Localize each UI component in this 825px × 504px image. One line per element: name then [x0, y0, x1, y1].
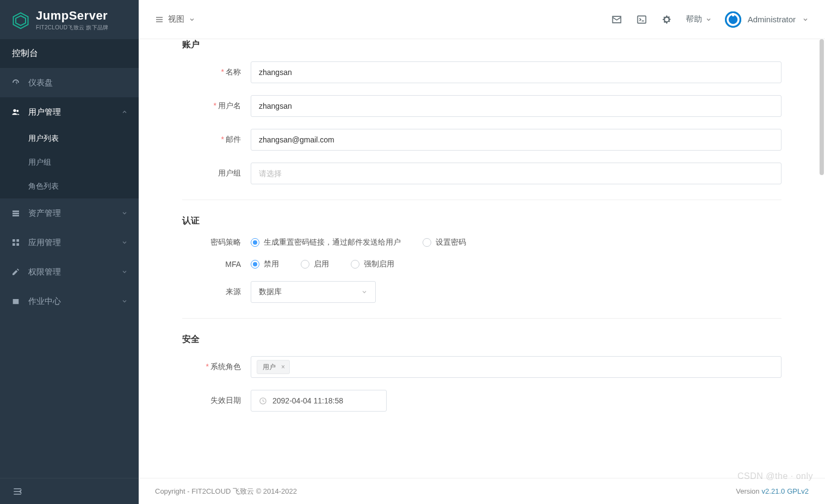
clock-icon	[259, 397, 267, 405]
svg-rect-4	[13, 239, 15, 242]
email-input[interactable]	[251, 129, 781, 151]
label-system-role: *系统角色	[182, 362, 251, 372]
label-usergroup: 用户组	[182, 169, 251, 178]
sidebar-label: 作业中心	[28, 296, 61, 307]
mail-icon[interactable]	[611, 14, 623, 26]
source-select[interactable]: 数据库	[251, 281, 376, 303]
sidebar-item-assets[interactable]: 资产管理	[0, 198, 139, 228]
section-security: 安全	[182, 334, 781, 345]
sidebar-sub-user-list[interactable]: 用户列表	[0, 127, 139, 151]
user-menu[interactable]: Administrator	[725, 11, 809, 28]
sidebar-label: 资产管理	[28, 208, 61, 219]
chevron-down-icon	[121, 298, 128, 304]
apps-icon	[11, 238, 21, 247]
label-mfa: MFA	[182, 260, 251, 269]
copyright: Copyright - FIT2CLOUD 飞致云 © 2014-2022	[155, 487, 297, 496]
view-label: 视图	[168, 14, 184, 24]
sidebar-label: 应用管理	[28, 238, 61, 248]
chevron-down-icon	[361, 289, 368, 295]
chevron-down-icon	[189, 16, 195, 23]
menu-icon	[155, 15, 164, 24]
label-password-policy: 密码策略	[182, 238, 251, 247]
divider	[182, 200, 781, 200]
svg-point-2	[13, 109, 16, 112]
license-link[interactable]: GPLv2	[787, 487, 809, 495]
sidebar-label: 权限管理	[28, 267, 61, 277]
sidebar-item-users[interactable]: 用户管理	[0, 97, 139, 127]
sidebar-sub-role-list[interactable]: 角色列表	[0, 175, 139, 198]
chevron-down-icon	[121, 239, 128, 246]
version-prefix: Version	[736, 487, 759, 495]
svg-rect-18	[732, 13, 734, 16]
radio-mfa-force[interactable]: 强制启用	[351, 259, 394, 269]
expire-date-input[interactable]: 2092-04-04 11:18:58	[251, 390, 387, 412]
edit-icon	[11, 267, 21, 276]
sidebar: JumpServer FIT2CLOUD飞致云 旗下品牌 控制台 仪表盘 用户管…	[0, 0, 139, 504]
terminal-icon[interactable]	[636, 14, 648, 26]
svg-rect-14	[637, 16, 646, 23]
chevron-down-icon	[121, 269, 128, 275]
username-input[interactable]	[251, 95, 781, 117]
gear-icon[interactable]	[661, 14, 673, 26]
system-role-select[interactable]: 用户 ×	[251, 356, 781, 378]
section-auth: 认证	[182, 215, 781, 227]
chevron-down-icon	[802, 16, 809, 23]
divider	[182, 318, 781, 319]
label-username: *用户名	[182, 101, 251, 111]
users-icon	[11, 108, 21, 116]
label-source: 来源	[182, 287, 251, 297]
assets-icon	[11, 209, 21, 217]
version-link[interactable]: v2.21.0	[762, 487, 785, 495]
sidebar-item-perms[interactable]: 权限管理	[0, 257, 139, 287]
section-account: 账户	[182, 39, 781, 51]
scrollbar[interactable]	[820, 39, 824, 175]
svg-rect-5	[16, 239, 19, 242]
logo-area: JumpServer FIT2CLOUD飞致云 旗下品牌	[0, 0, 139, 39]
sidebar-submenu-users: 用户列表 用户组 角色列表	[0, 127, 139, 198]
chevron-down-icon	[121, 210, 128, 216]
svg-point-3	[16, 110, 18, 112]
topbar: 视图 帮助 Administrator	[139, 0, 825, 39]
svg-marker-1	[16, 16, 26, 26]
svg-rect-6	[13, 243, 15, 246]
console-label: 控制台	[0, 39, 139, 68]
chevron-down-icon	[705, 16, 712, 23]
label-email: *邮件	[182, 135, 251, 145]
sidebar-sub-user-group[interactable]: 用户组	[0, 151, 139, 175]
avatar-icon	[725, 11, 741, 28]
radio-mfa-enable[interactable]: 启用	[301, 259, 329, 269]
svg-rect-7	[16, 243, 19, 246]
name-input[interactable]	[251, 61, 781, 83]
label-expire-date: 失效日期	[182, 396, 251, 406]
jobs-icon	[11, 297, 21, 306]
main-content: 账户 *名称 *用户名 *邮件 用户组 认证 密码策略 生成重置密码链接，通过邮…	[139, 39, 825, 478]
role-tag: 用户 ×	[257, 360, 290, 374]
radio-pwd-reset-link[interactable]: 生成重置密码链接，通过邮件发送给用户	[251, 238, 401, 247]
logo-icon	[11, 11, 30, 30]
help-label: 帮助	[686, 14, 702, 24]
sidebar-item-jobs[interactable]: 作业中心	[0, 287, 139, 316]
close-icon[interactable]: ×	[279, 363, 287, 371]
sidebar-label: 用户管理	[28, 107, 61, 117]
sidebar-item-dashboard[interactable]: 仪表盘	[0, 68, 139, 97]
user-name: Administrator	[748, 15, 796, 24]
brand-subtitle: FIT2CLOUD飞致云 旗下品牌	[36, 24, 108, 32]
radio-pwd-set[interactable]: 设置密码	[423, 238, 466, 247]
label-name: *名称	[182, 67, 251, 77]
chevron-up-icon	[121, 109, 128, 115]
footer: Copyright - FIT2CLOUD 飞致云 © 2014-2022 Ve…	[139, 478, 825, 504]
help-dropdown[interactable]: 帮助	[686, 14, 712, 24]
dashboard-icon	[11, 78, 21, 87]
sidebar-item-apps[interactable]: 应用管理	[0, 228, 139, 257]
sidebar-collapse-button[interactable]	[0, 478, 139, 504]
usergroup-select[interactable]	[251, 163, 781, 184]
sidebar-label: 仪表盘	[28, 78, 53, 88]
radio-mfa-disable[interactable]: 禁用	[251, 259, 279, 269]
brand-title: JumpServer	[36, 10, 108, 22]
view-selector[interactable]: 视图	[155, 14, 195, 24]
